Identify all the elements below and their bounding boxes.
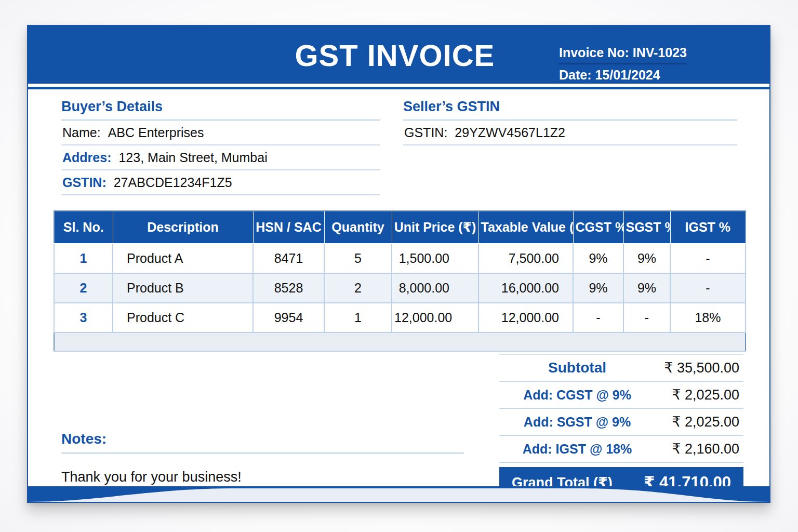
seller-gstin-block: Seller’s GSTIN GSTIN:29YZWV4567L1Z2: [403, 99, 737, 195]
table-cell: 12,000.00: [392, 303, 478, 332]
invoice-header: GST INVOICE Invoice No: INV-1023 Date: 1…: [28, 26, 769, 84]
buyer-name-row: Name:ABC Enterprises: [61, 121, 380, 145]
column-header: Sl. No.: [54, 211, 113, 244]
column-header: CGST %: [573, 211, 623, 244]
column-header: Quantity: [324, 211, 392, 244]
column-header: Description: [113, 211, 253, 244]
sgst-value: ₹ 2,025.00: [653, 414, 741, 430]
buyer-name-label: Name:: [62, 125, 101, 140]
column-header: SGST %: [623, 211, 670, 244]
column-header: IGST %: [670, 211, 746, 244]
table-header-row: Sl. No.DescriptionHSN / SACQuantityUnit …: [54, 211, 746, 244]
table-cell: 12,000.00: [478, 303, 573, 332]
buyer-address-label: Addres:: [62, 150, 111, 165]
cgst-value: ₹ 2,025.00: [653, 387, 741, 403]
notes-block: Notes: Thank you for your business!: [61, 354, 499, 498]
invoice-date-label: Date:: [559, 68, 592, 82]
bottom-section: Notes: Thank you for your business! Subt…: [28, 352, 769, 498]
buyer-gstin-row: GSTIN:27ABCDE1234F1Z5: [61, 170, 380, 195]
seller-gstin-row: GSTIN:29YZWV4567L1Z2: [403, 121, 737, 145]
table-cell: 7,500.00: [478, 244, 573, 273]
subtotal-label: Subtotal: [501, 360, 653, 376]
igst-row: Add: IGST @ 18% ₹ 2,160.00: [499, 436, 743, 463]
buyer-gstin-label: GSTIN:: [62, 175, 107, 190]
page-background: GST INVOICE Invoice No: INV-1023 Date: 1…: [0, 0, 798, 532]
buyer-details-heading: Buyer’s Details: [61, 99, 380, 121]
cgst-row: Add: CGST @ 9% ₹ 2,025.00: [499, 382, 743, 409]
table-cell: 1: [54, 244, 113, 273]
igst-value: ₹ 2,160.00: [653, 441, 741, 457]
table-cell: 3: [54, 303, 113, 332]
totals-block: Subtotal ₹ 35,500.00 Add: CGST @ 9% ₹ 2,…: [499, 354, 743, 498]
table-body: 1Product A847151,500.007,500.009%9%-2Pro…: [54, 244, 746, 351]
table-cell: 9%: [573, 244, 623, 273]
invoice-date-line: Date: 15/01/2024: [559, 67, 687, 83]
invoice-number-line: Invoice No: INV-1023: [559, 45, 687, 64]
column-header: Taxable Value (₹): [478, 211, 573, 244]
table-cell: 16,000.00: [478, 273, 573, 303]
buyer-address-value: 123, Main Street, Mumbai: [118, 150, 267, 165]
table-cell: 2: [324, 273, 392, 303]
table-cell: 9954: [253, 303, 324, 332]
table-cell: -: [670, 273, 746, 303]
table-cell: Product C: [113, 303, 253, 332]
invoice-paper: GST INVOICE Invoice No: INV-1023 Date: 1…: [27, 25, 770, 503]
table-cell: -: [623, 303, 670, 332]
table-cell: 9%: [623, 244, 670, 273]
buyer-name-value: ABC Enterprises: [108, 125, 204, 140]
invoice-title: GST INVOICE: [295, 37, 495, 72]
table-cell: 9%: [623, 273, 670, 303]
table-row: 2Product B852828,000.0016,000.009%9%-: [54, 273, 746, 303]
igst-label: Add: IGST @ 18%: [501, 442, 653, 457]
notes-heading: Notes:: [61, 431, 464, 454]
buyer-address-row: Addres:123, Main Street, Mumbai: [61, 145, 380, 170]
sgst-row: Add: SGST @ 9% ₹ 2,025.00: [499, 409, 743, 436]
table-cell: 1: [324, 303, 392, 332]
table-cell: 5: [324, 244, 392, 273]
notes-text: Thank you for your business!: [61, 469, 499, 485]
column-header: Unit Price (₹): [392, 211, 478, 244]
parties-section: Buyer’s Details Name:ABC Enterprises Add…: [28, 89, 769, 195]
table-row: 3Product C9954112,000.0012,000.00--18%: [54, 303, 746, 332]
table-cell: 1,500.00: [392, 244, 478, 273]
table-cell: -: [573, 303, 623, 332]
buyer-gstin-value: 27ABCDE1234F1Z5: [114, 175, 232, 190]
table-cell: 18%: [670, 303, 746, 332]
line-items-table: Sl. No.DescriptionHSN / SACQuantityUnit …: [54, 210, 746, 352]
subtotal-row: Subtotal ₹ 35,500.00: [499, 354, 743, 382]
table-cell: 8471: [253, 244, 324, 273]
table-cell: 9%: [573, 273, 623, 303]
table-cell: Product B: [113, 273, 253, 303]
table-cell: 2: [54, 273, 113, 303]
table-cell: -: [670, 244, 746, 273]
subtotal-value: ₹ 35,500.00: [653, 360, 741, 376]
cgst-label: Add: CGST @ 9%: [501, 388, 653, 403]
footer-wave-curve: [28, 486, 769, 502]
table-cell: 8528: [253, 273, 324, 303]
table-row: 1Product A847151,500.007,500.009%9%-: [54, 244, 746, 273]
table-empty-strip: [54, 332, 746, 351]
seller-gstin-label: GSTIN:: [404, 125, 447, 140]
table-header: Sl. No.DescriptionHSN / SACQuantityUnit …: [54, 211, 746, 244]
column-header: HSN / SAC: [253, 211, 324, 244]
sgst-label: Add: SGST @ 9%: [501, 415, 653, 430]
invoice-number-label: Invoice No:: [559, 45, 629, 60]
table-cell: 8,000.00: [392, 273, 478, 303]
seller-gstin-value: 29YZWV4567L1Z2: [455, 125, 565, 140]
footer-wave: [28, 486, 769, 502]
invoice-meta: Invoice No: INV-1023 Date: 15/01/2024: [559, 45, 687, 84]
seller-gstin-heading: Seller’s GSTIN: [403, 99, 737, 121]
invoice-number-value: INV-1023: [633, 45, 687, 60]
table-empty-strip-cell: [54, 332, 746, 351]
table-cell: Product A: [113, 244, 253, 273]
buyer-details-block: Buyer’s Details Name:ABC Enterprises Add…: [61, 99, 380, 195]
invoice-date-value: 15/01/2024: [595, 68, 660, 82]
